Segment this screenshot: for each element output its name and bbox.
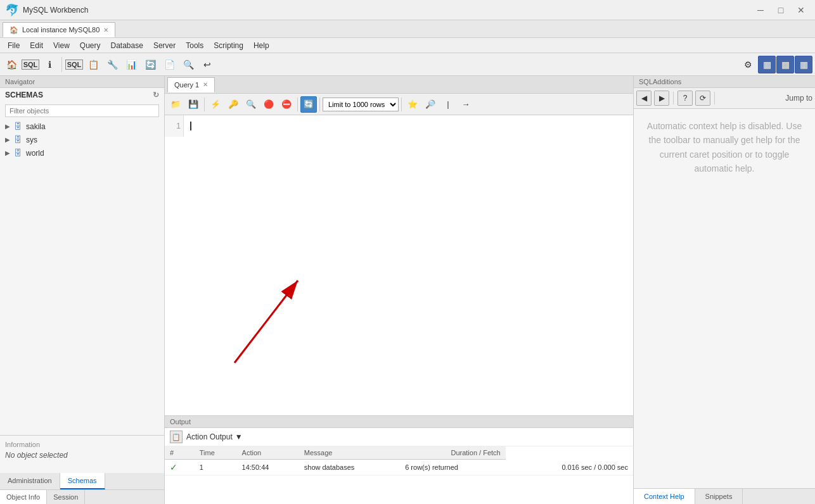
schemas-tab[interactable]: Schemas xyxy=(60,473,105,489)
toolbar-btn-6[interactable]: 🔄 xyxy=(141,56,159,73)
app-icon: 🐬 xyxy=(5,3,19,17)
toggle-button[interactable]: 🔄 xyxy=(300,96,317,113)
schemas-label: SCHEMAS xyxy=(5,91,43,99)
sql-additions-label: SQLAdditions xyxy=(639,78,681,85)
output-header: Output xyxy=(165,416,633,428)
help-button[interactable]: ? xyxy=(677,91,693,106)
action-output-icon: 📋 xyxy=(170,431,183,443)
instance-tab[interactable]: 🏠 Local instance MySQL80 ✕ xyxy=(3,22,115,37)
export-button[interactable]: → xyxy=(458,96,474,113)
query-editor[interactable]: 1 xyxy=(165,115,633,415)
back-button[interactable]: ◀ xyxy=(636,91,651,106)
filter-objects-input[interactable] xyxy=(5,104,159,117)
output-duration: 0.016 sec / 0.000 sec xyxy=(506,460,633,476)
maximize-button[interactable]: □ xyxy=(772,4,790,16)
output-message: 6 row(s) returned xyxy=(400,460,506,476)
line-number-1: 1 xyxy=(167,120,181,132)
schema-arrow-sakila: ▶ xyxy=(5,123,10,130)
view-toggle-group: ▦ ▦ ▦ xyxy=(758,56,812,73)
bookmark-button[interactable]: ⭐ xyxy=(404,96,421,113)
schema-icon-sys: 🗄 xyxy=(14,135,22,144)
explain-button[interactable]: 🔍 xyxy=(243,96,259,113)
query-toolbar-sep-2 xyxy=(297,98,298,111)
schema-name-sys: sys xyxy=(26,135,37,144)
menu-help[interactable]: Help xyxy=(248,38,274,53)
save-file-button[interactable]: 💾 xyxy=(185,96,202,113)
output-num: 1 xyxy=(195,460,237,476)
execute-sel-button[interactable]: 🔑 xyxy=(225,96,241,113)
title-bar: 🐬 MySQL Workbench ─ □ ✕ xyxy=(0,0,815,20)
stop-button[interactable]: 🔴 xyxy=(260,96,277,113)
object-info-tab[interactable]: Object Info xyxy=(0,490,47,504)
forward-button[interactable]: ▶ xyxy=(654,91,669,106)
output-row-1[interactable]: ✓ 1 14:50:44 show databases 6 row(s) ret… xyxy=(165,460,633,476)
schema-name-sakila: sakila xyxy=(26,122,46,131)
format-button[interactable]: | xyxy=(440,96,456,113)
menu-tools[interactable]: Tools xyxy=(181,38,209,53)
schema-item-world[interactable]: ▶ 🗄 world xyxy=(0,146,164,160)
toolbar-btn-3[interactable]: 📋 xyxy=(84,56,102,73)
right-toolbar-sep-1 xyxy=(673,92,674,104)
session-tab[interactable]: Session xyxy=(47,490,85,504)
menu-file[interactable]: File xyxy=(3,38,25,53)
right-panel: SQLAdditions ◀ ▶ ? ⟳ Jump to Automatic c… xyxy=(633,76,815,504)
view-toggle-3[interactable]: ▦ xyxy=(795,56,812,73)
editor-content[interactable] xyxy=(185,115,633,415)
query-1-label: Query 1 xyxy=(174,81,199,89)
main-layout: Navigator SCHEMAS ↻ ▶ 🗄 sakila ▶ 🗄 sys ▶… xyxy=(0,76,815,504)
query-1-tab[interactable]: Query 1 ✕ xyxy=(167,77,215,92)
settings-button[interactable]: ⚙ xyxy=(739,56,757,73)
toolbar-btn-5[interactable]: 📊 xyxy=(122,56,140,73)
output-action: show databases xyxy=(299,460,400,476)
action-output-dropdown-icon: ▼ xyxy=(235,432,243,441)
menu-server[interactable]: Server xyxy=(148,38,181,53)
menu-query[interactable]: Query xyxy=(75,38,106,53)
administration-tab[interactable]: Administration xyxy=(0,473,60,489)
view-toggle-1[interactable]: ▦ xyxy=(758,56,776,73)
instance-tab-close[interactable]: ✕ xyxy=(103,27,108,34)
window-controls: ─ □ ✕ xyxy=(752,4,810,16)
snippets-tab[interactable]: Snippets xyxy=(695,489,743,504)
menu-bar: File Edit View Query Database Server Too… xyxy=(0,38,815,53)
context-help-content: Automatic context help is disabled. Use … xyxy=(634,109,815,488)
navigator-header: Navigator xyxy=(0,76,164,88)
toolbar-btn-9[interactable]: ↩ xyxy=(198,56,216,73)
open-file-button[interactable]: 📁 xyxy=(167,96,184,113)
search-button[interactable]: 🔎 xyxy=(422,96,439,113)
action-output-select[interactable]: Action Output ▼ xyxy=(186,432,243,441)
toolbar-btn-4[interactable]: 🔧 xyxy=(103,56,121,73)
query-1-close[interactable]: ✕ xyxy=(203,81,208,88)
close-button[interactable]: ✕ xyxy=(792,4,810,16)
info-section: Information No object selected xyxy=(0,435,164,473)
schema-name-world: world xyxy=(26,149,44,158)
limit-rows-select[interactable]: Limit to 1000 rows Don't Limit Limit to … xyxy=(323,98,399,111)
query-toolbar-sep-3 xyxy=(319,98,320,111)
auto-help-button[interactable]: ⟳ xyxy=(695,91,710,106)
output-status: ✓ xyxy=(165,460,195,476)
object-info-row: Object Info Session xyxy=(0,489,164,504)
view-toggle-2[interactable]: ▦ xyxy=(776,56,794,73)
menu-edit[interactable]: Edit xyxy=(25,38,48,53)
refresh-icon[interactable]: ↻ xyxy=(153,91,159,99)
output-section: Output 📋 Action Output ▼ # Time Action xyxy=(165,415,633,504)
minimize-button[interactable]: ─ xyxy=(752,4,769,16)
no-object-label: No object selected xyxy=(5,451,159,460)
sql-file-button[interactable]: SQL xyxy=(22,56,39,73)
menu-view[interactable]: View xyxy=(48,38,75,53)
col-hash: # xyxy=(165,446,195,460)
menu-database[interactable]: Database xyxy=(106,38,148,53)
schema-item-sys[interactable]: ▶ 🗄 sys xyxy=(0,133,164,146)
toolbar-btn-8[interactable]: 🔍 xyxy=(179,56,197,73)
col-message: Message xyxy=(299,446,400,460)
context-help-tab[interactable]: Context Help xyxy=(634,489,695,504)
stop-all-button[interactable]: ⛔ xyxy=(278,96,295,113)
info-button[interactable]: ℹ xyxy=(41,56,58,73)
query-toolbar: 📁 💾 ⚡ 🔑 🔍 🔴 ⛔ 🔄 Limit to 1000 rows Don't… xyxy=(165,94,633,115)
toolbar-btn-2[interactable]: SQL xyxy=(65,56,83,73)
menu-scripting[interactable]: Scripting xyxy=(209,38,248,53)
new-connection-button[interactable]: 🏠 xyxy=(3,56,20,73)
schemas-header: SCHEMAS ↻ xyxy=(0,88,164,102)
schema-item-sakila[interactable]: ▶ 🗄 sakila xyxy=(0,120,164,133)
toolbar-btn-7[interactable]: 📄 xyxy=(160,56,178,73)
execute-button[interactable]: ⚡ xyxy=(207,96,224,113)
